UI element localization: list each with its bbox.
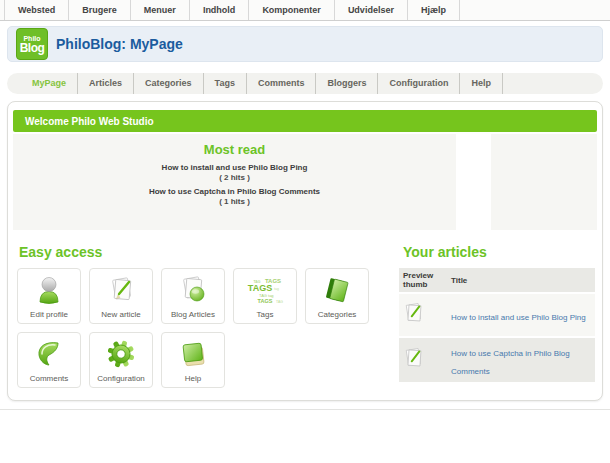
card-label: New article (101, 310, 141, 320)
component-header: Philo Blog PhiloBlog: MyPage (7, 26, 603, 62)
bottom-row: Easy access Edit profile (13, 244, 597, 388)
easy-access-card-help[interactable]: Help (161, 332, 225, 388)
tab-tags[interactable]: Tags (204, 73, 247, 94)
comments-icon (33, 333, 65, 374)
tags-icon: TAG TAGS TAGS tag TAG tag TAGS TAG (243, 269, 287, 310)
menu-item-websted[interactable]: Websted (4, 0, 68, 20)
component-tabbar: MyPage Articles Categories Tags Comments… (7, 73, 603, 94)
empty-side-box (491, 134, 597, 230)
menu-item-indhold[interactable]: Indhold (189, 0, 249, 20)
svg-text:TAGS: TAGS (258, 298, 273, 304)
tab-help[interactable]: Help (460, 73, 503, 94)
card-label: Blog Articles (171, 310, 215, 320)
svg-text:tag: tag (274, 287, 279, 291)
article-link[interactable]: How to use Captcha in Philo Blog Comment… (451, 349, 570, 376)
most-read-box: Most read How to install and use Philo B… (13, 134, 456, 230)
tab-articles[interactable]: Articles (78, 73, 134, 94)
easy-access-grid: Edit profile New article (17, 268, 385, 388)
menu-item-menuer[interactable]: Menuer (130, 0, 189, 20)
admin-menubar: Websted Brugere Menuer Indhold Komponent… (0, 0, 610, 21)
easy-access-card-categories[interactable]: Categories (305, 268, 369, 324)
easy-access-card-blog-articles[interactable]: Blog Articles (161, 268, 225, 324)
tab-mypage[interactable]: MyPage (21, 73, 78, 94)
menu-item-brugere[interactable]: Brugere (68, 0, 130, 20)
top-row: Most read How to install and use Philo B… (13, 134, 597, 230)
tab-comments[interactable]: Comments (247, 73, 317, 94)
tab-configuration[interactable]: Configuration (378, 73, 460, 94)
easy-access-card-configuration[interactable]: Configuration (89, 332, 153, 388)
table-header-row: Preview thumb Title (399, 268, 595, 293)
card-label: Categories (318, 310, 357, 320)
main-panel: Welcome Philo Web Studio Most read How t… (7, 101, 603, 401)
card-label: Configuration (97, 374, 145, 384)
card-label: Comments (30, 374, 69, 384)
most-read-article-title[interactable]: How to install and use Philo Blog Ping (13, 163, 456, 172)
page-title: PhiloBlog: MyPage (56, 36, 183, 52)
help-icon (177, 333, 209, 374)
most-read-title: Most read (13, 142, 456, 157)
menu-item-udvidelser[interactable]: Udvidelser (334, 0, 407, 20)
svg-text:TAGS: TAGS (248, 283, 272, 293)
your-articles-section: Your articles Preview thumb Title (399, 244, 597, 388)
column-header-preview-thumb: Preview thumb (399, 268, 447, 293)
easy-access-card-new-article[interactable]: New article (89, 268, 153, 324)
tab-bloggers[interactable]: Bloggers (316, 73, 378, 94)
card-label: Tags (257, 310, 274, 320)
article-link[interactable]: How to install and use Philo Blog Ping (451, 313, 586, 322)
most-read-item: How to install and use Philo Blog Ping (… (13, 163, 456, 182)
welcome-banner-text: Welcome Philo Web Studio (25, 116, 154, 127)
column-header-title: Title (447, 268, 595, 293)
most-read-article-hits: ( 1 hits ) (13, 197, 456, 206)
menu-item-komponenter[interactable]: Komponenter (248, 0, 334, 20)
new-article-icon (105, 269, 137, 310)
card-label: Edit profile (30, 310, 68, 320)
tab-categories[interactable]: Categories (134, 73, 204, 94)
card-label: Help (185, 374, 201, 384)
categories-icon (321, 269, 353, 310)
easy-access-card-comments[interactable]: Comments (17, 332, 81, 388)
blog-articles-icon (177, 269, 209, 310)
most-read-article-title[interactable]: How to use Captcha in Philo Blog Comment… (13, 187, 456, 196)
article-thumb-icon[interactable] (403, 346, 427, 370)
menu-item-hjaelp[interactable]: Hjælp (407, 0, 460, 20)
welcome-banner: Welcome Philo Web Studio (13, 110, 597, 132)
most-read-item: How to use Captcha in Philo Blog Comment… (13, 187, 456, 206)
edit-profile-icon (33, 269, 65, 310)
configuration-icon (105, 333, 137, 374)
article-thumb-icon[interactable] (403, 301, 427, 325)
easy-access-section: Easy access Edit profile (13, 244, 385, 388)
table-row: How to use Captcha in Philo Blog Comment… (399, 337, 595, 383)
easy-access-card-tags[interactable]: TAG TAGS TAGS tag TAG tag TAGS TAG Tags (233, 268, 297, 324)
philoblog-logo: Philo Blog (16, 28, 48, 60)
your-articles-title: Your articles (403, 244, 595, 260)
most-read-article-hits: ( 2 hits ) (13, 173, 456, 182)
easy-access-title: Easy access (19, 244, 385, 260)
table-row: How to install and use Philo Blog Ping (399, 293, 595, 337)
easy-access-card-edit-profile[interactable]: Edit profile (17, 268, 81, 324)
logo-text-bottom: Blog (20, 42, 45, 54)
footer-divider (0, 409, 610, 410)
your-articles-table: Preview thumb Title (399, 268, 595, 384)
svg-text:TAG: TAG (276, 300, 283, 304)
